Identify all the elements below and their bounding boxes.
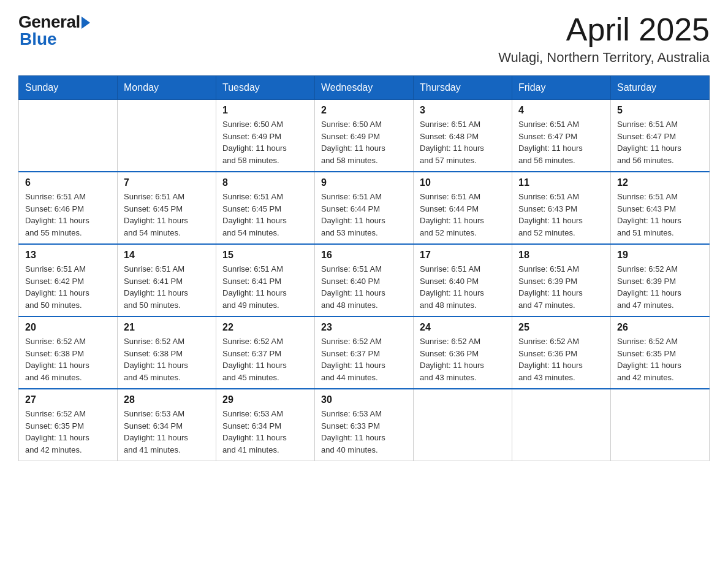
day-info: Sunrise: 6:50 AM Sunset: 6:49 PM Dayligh… <box>321 118 407 166</box>
day-number: 8 <box>222 177 308 188</box>
day-number: 6 <box>25 177 111 188</box>
day-number: 7 <box>124 177 210 188</box>
day-number: 2 <box>321 105 407 116</box>
calendar-day-cell: 14Sunrise: 6:51 AM Sunset: 6:41 PM Dayli… <box>118 244 216 316</box>
day-number: 24 <box>420 322 506 333</box>
day-number: 29 <box>222 394 308 405</box>
calendar-day-cell: 24Sunrise: 6:52 AM Sunset: 6:36 PM Dayli… <box>414 316 512 389</box>
day-info: Sunrise: 6:51 AM Sunset: 6:48 PM Dayligh… <box>420 118 506 166</box>
calendar-day-header: Saturday <box>611 76 710 100</box>
day-number: 22 <box>222 322 308 333</box>
day-info: Sunrise: 6:53 AM Sunset: 6:33 PM Dayligh… <box>321 408 407 456</box>
calendar-day-cell: 23Sunrise: 6:52 AM Sunset: 6:37 PM Dayli… <box>315 316 414 389</box>
calendar-day-cell: 15Sunrise: 6:51 AM Sunset: 6:41 PM Dayli… <box>216 244 315 316</box>
calendar-day-cell: 22Sunrise: 6:52 AM Sunset: 6:37 PM Dayli… <box>216 316 315 389</box>
calendar-day-cell: 27Sunrise: 6:52 AM Sunset: 6:35 PM Dayli… <box>19 389 118 461</box>
day-info: Sunrise: 6:53 AM Sunset: 6:34 PM Dayligh… <box>124 408 210 456</box>
day-info: Sunrise: 6:51 AM Sunset: 6:45 PM Dayligh… <box>124 191 210 239</box>
day-number: 9 <box>321 177 407 188</box>
calendar-day-header: Thursday <box>414 76 512 100</box>
day-number: 19 <box>617 250 703 261</box>
day-number: 11 <box>518 177 604 188</box>
day-number: 25 <box>518 322 604 333</box>
calendar-day-cell <box>118 100 216 172</box>
calendar-day-cell <box>611 389 710 461</box>
day-info: Sunrise: 6:52 AM Sunset: 6:36 PM Dayligh… <box>420 335 506 383</box>
calendar-day-cell: 21Sunrise: 6:52 AM Sunset: 6:38 PM Dayli… <box>118 316 216 389</box>
calendar-day-cell: 9Sunrise: 6:51 AM Sunset: 6:44 PM Daylig… <box>315 172 414 244</box>
calendar-week-row: 6Sunrise: 6:51 AM Sunset: 6:46 PM Daylig… <box>19 172 710 244</box>
calendar-day-header: Sunday <box>19 76 118 100</box>
day-info: Sunrise: 6:52 AM Sunset: 6:35 PM Dayligh… <box>617 335 703 383</box>
calendar-day-cell: 11Sunrise: 6:51 AM Sunset: 6:43 PM Dayli… <box>512 172 611 244</box>
calendar-day-cell: 26Sunrise: 6:52 AM Sunset: 6:35 PM Dayli… <box>611 316 710 389</box>
calendar-day-cell: 30Sunrise: 6:53 AM Sunset: 6:33 PM Dayli… <box>315 389 414 461</box>
calendar-day-cell: 3Sunrise: 6:51 AM Sunset: 6:48 PM Daylig… <box>414 100 512 172</box>
day-number: 18 <box>518 250 604 261</box>
calendar-day-header: Wednesday <box>315 76 414 100</box>
day-info: Sunrise: 6:52 AM Sunset: 6:38 PM Dayligh… <box>124 335 210 383</box>
day-info: Sunrise: 6:52 AM Sunset: 6:38 PM Dayligh… <box>25 335 111 383</box>
day-number: 1 <box>222 105 308 116</box>
day-info: Sunrise: 6:51 AM Sunset: 6:46 PM Dayligh… <box>25 191 111 239</box>
title-area: April 2025 Wulagi, Northern Territory, A… <box>498 12 710 66</box>
calendar-day-cell: 16Sunrise: 6:51 AM Sunset: 6:40 PM Dayli… <box>315 244 414 316</box>
day-number: 27 <box>25 394 111 405</box>
day-number: 17 <box>420 250 506 261</box>
calendar-day-cell: 6Sunrise: 6:51 AM Sunset: 6:46 PM Daylig… <box>19 172 118 244</box>
calendar-day-cell: 5Sunrise: 6:51 AM Sunset: 6:47 PM Daylig… <box>611 100 710 172</box>
day-info: Sunrise: 6:51 AM Sunset: 6:40 PM Dayligh… <box>321 263 407 311</box>
day-number: 15 <box>222 250 308 261</box>
day-info: Sunrise: 6:52 AM Sunset: 6:36 PM Dayligh… <box>518 335 604 383</box>
page-header: General Blue April 2025 Wulagi, Northern… <box>18 12 710 66</box>
calendar-day-cell: 18Sunrise: 6:51 AM Sunset: 6:39 PM Dayli… <box>512 244 611 316</box>
day-info: Sunrise: 6:51 AM Sunset: 6:43 PM Dayligh… <box>617 191 703 239</box>
calendar-day-cell: 13Sunrise: 6:51 AM Sunset: 6:42 PM Dayli… <box>19 244 118 316</box>
calendar-day-header: Monday <box>118 76 216 100</box>
day-number: 10 <box>420 177 506 188</box>
calendar-day-cell: 4Sunrise: 6:51 AM Sunset: 6:47 PM Daylig… <box>512 100 611 172</box>
calendar-day-cell <box>19 100 118 172</box>
calendar-week-row: 1Sunrise: 6:50 AM Sunset: 6:49 PM Daylig… <box>19 100 710 172</box>
day-info: Sunrise: 6:51 AM Sunset: 6:41 PM Dayligh… <box>222 263 308 311</box>
day-number: 30 <box>321 394 407 405</box>
calendar-day-cell: 1Sunrise: 6:50 AM Sunset: 6:49 PM Daylig… <box>216 100 315 172</box>
month-title: April 2025 <box>498 12 710 47</box>
day-number: 20 <box>25 322 111 333</box>
calendar-day-cell: 20Sunrise: 6:52 AM Sunset: 6:38 PM Dayli… <box>19 316 118 389</box>
calendar-day-cell: 28Sunrise: 6:53 AM Sunset: 6:34 PM Dayli… <box>118 389 216 461</box>
day-info: Sunrise: 6:51 AM Sunset: 6:47 PM Dayligh… <box>617 118 703 166</box>
calendar-day-cell: 19Sunrise: 6:52 AM Sunset: 6:39 PM Dayli… <box>611 244 710 316</box>
calendar-week-row: 27Sunrise: 6:52 AM Sunset: 6:35 PM Dayli… <box>19 389 710 461</box>
logo-arrow-icon <box>82 17 90 29</box>
day-info: Sunrise: 6:51 AM Sunset: 6:45 PM Dayligh… <box>222 191 308 239</box>
calendar-day-cell <box>414 389 512 461</box>
day-info: Sunrise: 6:52 AM Sunset: 6:37 PM Dayligh… <box>321 335 407 383</box>
day-info: Sunrise: 6:53 AM Sunset: 6:34 PM Dayligh… <box>222 408 308 456</box>
calendar-day-cell: 8Sunrise: 6:51 AM Sunset: 6:45 PM Daylig… <box>216 172 315 244</box>
day-info: Sunrise: 6:51 AM Sunset: 6:44 PM Dayligh… <box>420 191 506 239</box>
day-number: 21 <box>124 322 210 333</box>
day-number: 12 <box>617 177 703 188</box>
calendar-week-row: 20Sunrise: 6:52 AM Sunset: 6:38 PM Dayli… <box>19 316 710 389</box>
calendar-header-row: SundayMondayTuesdayWednesdayThursdayFrid… <box>19 76 710 100</box>
day-number: 16 <box>321 250 407 261</box>
calendar-day-cell: 10Sunrise: 6:51 AM Sunset: 6:44 PM Dayli… <box>414 172 512 244</box>
day-info: Sunrise: 6:52 AM Sunset: 6:35 PM Dayligh… <box>25 408 111 456</box>
day-number: 23 <box>321 322 407 333</box>
calendar-table: SundayMondayTuesdayWednesdayThursdayFrid… <box>18 75 710 461</box>
calendar-week-row: 13Sunrise: 6:51 AM Sunset: 6:42 PM Dayli… <box>19 244 710 316</box>
logo-blue-text: Blue <box>20 29 57 49</box>
day-info: Sunrise: 6:50 AM Sunset: 6:49 PM Dayligh… <box>222 118 308 166</box>
day-info: Sunrise: 6:52 AM Sunset: 6:37 PM Dayligh… <box>222 335 308 383</box>
calendar-day-cell: 29Sunrise: 6:53 AM Sunset: 6:34 PM Dayli… <box>216 389 315 461</box>
day-number: 28 <box>124 394 210 405</box>
day-info: Sunrise: 6:51 AM Sunset: 6:47 PM Dayligh… <box>518 118 604 166</box>
logo: General Blue <box>18 12 90 49</box>
day-number: 3 <box>420 105 506 116</box>
calendar-day-cell <box>512 389 611 461</box>
calendar-day-cell: 25Sunrise: 6:52 AM Sunset: 6:36 PM Dayli… <box>512 316 611 389</box>
day-info: Sunrise: 6:51 AM Sunset: 6:43 PM Dayligh… <box>518 191 604 239</box>
day-info: Sunrise: 6:51 AM Sunset: 6:39 PM Dayligh… <box>518 263 604 311</box>
day-number: 26 <box>617 322 703 333</box>
